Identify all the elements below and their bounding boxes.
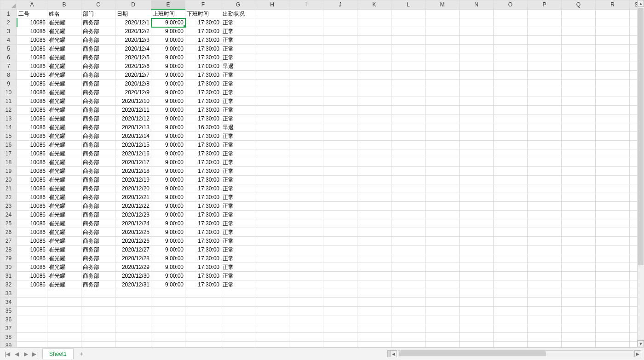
cell[interactable]: 正常 [221, 106, 255, 114]
cell[interactable] [528, 219, 562, 228]
cell[interactable]: 10086 [17, 193, 47, 202]
row-header[interactable]: 18 [0, 158, 17, 167]
cell[interactable]: 9:00:00 [151, 88, 185, 97]
row-header[interactable]: 22 [0, 193, 17, 202]
cell[interactable]: 正常 [221, 71, 255, 80]
cell[interactable] [255, 219, 289, 228]
cell[interactable] [596, 9, 630, 18]
cell[interactable]: 正常 [221, 167, 255, 176]
cell[interactable]: 17:30:00 [185, 193, 221, 202]
cell[interactable] [323, 254, 357, 263]
cell[interactable]: 商务部 [81, 106, 115, 114]
cell[interactable] [323, 18, 357, 27]
cell[interactable] [289, 307, 323, 315]
cell[interactable] [528, 246, 562, 254]
cell[interactable] [426, 211, 460, 219]
cell[interactable] [460, 219, 494, 228]
cell[interactable]: 崔光耀 [47, 254, 81, 263]
row-header[interactable]: 32 [0, 280, 17, 289]
cell[interactable] [528, 202, 562, 211]
cell[interactable]: 9:00:00 [151, 237, 185, 246]
cell[interactable] [426, 36, 460, 45]
cell[interactable] [460, 167, 494, 176]
cell[interactable] [596, 62, 630, 71]
cell[interactable] [562, 45, 596, 53]
cell[interactable] [357, 202, 391, 211]
cell[interactable]: 崔光耀 [47, 228, 81, 237]
cell[interactable]: 正常 [221, 132, 255, 141]
row-header[interactable]: 12 [0, 106, 17, 114]
row-header[interactable]: 36 [0, 315, 17, 324]
col-header-J[interactable]: J [323, 0, 357, 10]
cell[interactable] [289, 45, 323, 53]
cell[interactable]: 崔光耀 [47, 18, 81, 27]
cell[interactable] [151, 333, 185, 342]
cell[interactable] [323, 324, 357, 333]
cell[interactable] [323, 228, 357, 237]
cell[interactable] [562, 254, 596, 263]
cell[interactable]: 崔光耀 [47, 167, 81, 176]
cell[interactable] [460, 106, 494, 114]
cell[interactable] [151, 315, 185, 324]
cell[interactable] [323, 333, 357, 342]
cell[interactable]: 10086 [17, 246, 47, 254]
cell[interactable] [323, 219, 357, 228]
cell[interactable] [596, 333, 630, 342]
cell[interactable]: 正常 [221, 254, 255, 263]
cell[interactable] [528, 36, 562, 45]
cell[interactable] [460, 62, 494, 71]
cell[interactable] [528, 62, 562, 71]
cell[interactable] [289, 97, 323, 106]
cell[interactable] [357, 254, 391, 263]
cell[interactable] [357, 280, 391, 289]
cell[interactable] [596, 106, 630, 114]
cell[interactable] [494, 167, 528, 176]
cell[interactable] [528, 167, 562, 176]
cell[interactable] [596, 289, 630, 298]
cell[interactable] [460, 123, 494, 132]
cell[interactable] [391, 193, 426, 202]
cell[interactable] [221, 298, 255, 307]
cell[interactable] [255, 315, 289, 324]
cell[interactable] [426, 80, 460, 88]
cell[interactable]: 9:00:00 [151, 158, 185, 167]
cell[interactable]: 商务部 [81, 280, 115, 289]
cell[interactable] [391, 132, 426, 141]
cell[interactable] [494, 211, 528, 219]
cell[interactable] [426, 193, 460, 202]
cell[interactable]: 商务部 [81, 149, 115, 158]
cell[interactable] [426, 141, 460, 149]
cell[interactable] [289, 36, 323, 45]
cell[interactable]: 10086 [17, 88, 47, 97]
cell[interactable] [494, 106, 528, 114]
cell[interactable]: 17:30:00 [185, 53, 221, 62]
cell[interactable]: 商务部 [81, 202, 115, 211]
cell[interactable]: 17:30:00 [185, 254, 221, 263]
cell[interactable] [426, 324, 460, 333]
cell[interactable] [81, 289, 115, 298]
vscroll-thumb[interactable] [638, 8, 644, 265]
row-header[interactable]: 11 [0, 97, 17, 106]
cell[interactable]: 10086 [17, 62, 47, 71]
cell[interactable]: 商务部 [81, 193, 115, 202]
row-header[interactable]: 34 [0, 298, 17, 307]
cell[interactable]: 17:30:00 [185, 71, 221, 80]
row-header[interactable]: 37 [0, 324, 17, 333]
cell[interactable] [391, 254, 426, 263]
cell[interactable] [460, 80, 494, 88]
cell[interactable] [323, 149, 357, 158]
row-header[interactable]: 14 [0, 123, 17, 132]
cell[interactable] [426, 132, 460, 141]
row-header[interactable]: 29 [0, 254, 17, 263]
cell[interactable] [357, 246, 391, 254]
cell[interactable] [494, 141, 528, 149]
cell[interactable] [562, 88, 596, 97]
cell[interactable]: 2020/12/21 [115, 193, 151, 202]
row-header[interactable]: 35 [0, 307, 17, 315]
cell[interactable] [357, 211, 391, 219]
cell[interactable]: 商务部 [81, 246, 115, 254]
cell[interactable]: 10086 [17, 228, 47, 237]
cell[interactable]: 崔光耀 [47, 45, 81, 53]
cell[interactable] [255, 272, 289, 280]
col-header-E[interactable]: E [151, 0, 185, 10]
